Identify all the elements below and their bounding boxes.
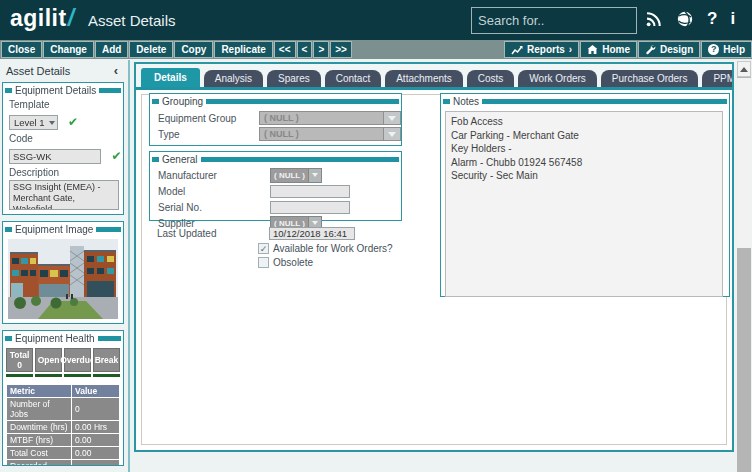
health-metrics-table: Metric Value Number of Jobs 0 Downtime (… bbox=[6, 384, 120, 466]
table-row: Number of Jobs 0 bbox=[7, 398, 119, 420]
legend-bar bbox=[98, 336, 122, 341]
health-open-button[interactable]: Open bbox=[35, 348, 62, 372]
description-textarea[interactable]: SSG Insight (EMEA) - Merchant Gate, Wake… bbox=[9, 180, 119, 210]
equipment-image-panel: Equipment Image bbox=[2, 221, 124, 324]
legend-bar bbox=[482, 99, 727, 104]
legend-text: Equipment Details bbox=[15, 85, 96, 96]
wrench-icon bbox=[645, 44, 656, 55]
chevron-down-icon bbox=[309, 168, 322, 183]
serial-no-input[interactable] bbox=[270, 201, 350, 214]
previous-record-button[interactable]: < bbox=[297, 41, 313, 58]
up-arrowhead-icon bbox=[740, 67, 748, 72]
legend-bar bbox=[5, 227, 12, 232]
reports-button[interactable]: Reports › bbox=[504, 41, 579, 58]
help-button[interactable]: ? Help bbox=[701, 41, 752, 58]
type-select[interactable]: ( NULL ) bbox=[259, 127, 401, 141]
tab-ppm[interactable]: PPM bbox=[702, 70, 732, 87]
info-icon[interactable]: i bbox=[730, 9, 735, 29]
details-tab-content: Grouping Equipment Group ( NULL ) Type (… bbox=[136, 90, 732, 450]
equipment-group-label: Equipment Group bbox=[158, 113, 259, 124]
close-button[interactable]: Close bbox=[1, 41, 42, 58]
notes-fieldset: Notes Fob Access Car Parking - Merchant … bbox=[440, 93, 730, 297]
globe-icon[interactable] bbox=[676, 10, 694, 28]
design-button[interactable]: Design bbox=[638, 41, 700, 58]
add-button[interactable]: Add bbox=[95, 41, 128, 58]
table-header-row: Metric Value bbox=[7, 385, 119, 397]
available-work-orders-checkbox[interactable]: ✓ bbox=[258, 243, 269, 254]
template-label: Template bbox=[9, 99, 123, 110]
health-break-label: Break bbox=[95, 355, 119, 365]
tab-attachments[interactable]: Attachments bbox=[385, 70, 463, 87]
home-button[interactable]: Home bbox=[580, 41, 637, 58]
last-updated-row: Last Updated bbox=[149, 227, 355, 240]
chevron-down-icon bbox=[384, 111, 401, 125]
health-status-bar bbox=[93, 374, 120, 377]
legend-text: Equipment Image bbox=[15, 224, 93, 235]
scroll-up-button[interactable] bbox=[737, 61, 751, 77]
tab-purchase-orders[interactable]: Purchase Orders bbox=[601, 70, 699, 87]
vertical-scrollbar[interactable] bbox=[737, 61, 751, 472]
last-record-button[interactable]: >> bbox=[330, 41, 352, 58]
description-label: Description bbox=[9, 167, 123, 178]
page-title: Asset Details bbox=[88, 12, 176, 29]
model-input[interactable] bbox=[270, 185, 350, 198]
help-label: Help bbox=[723, 43, 745, 56]
template-valid-check-icon: ✔ bbox=[68, 115, 78, 129]
legend-text: Notes bbox=[453, 96, 479, 107]
sidebar-header: Asset Details ‹ bbox=[0, 61, 126, 80]
app-logo: agilit/ bbox=[10, 5, 75, 32]
available-work-orders-row: ✓ Available for Work Orders? bbox=[258, 243, 393, 254]
help-circle-icon: ? bbox=[708, 44, 719, 55]
legend-bar bbox=[201, 157, 399, 162]
first-record-button[interactable]: << bbox=[274, 41, 296, 58]
rss-icon[interactable] bbox=[645, 10, 663, 28]
manufacturer-select[interactable]: ( NULL ) bbox=[270, 168, 322, 183]
toolbar-right: Reports › Home Design ? Help bbox=[503, 41, 752, 58]
next-record-button[interactable]: > bbox=[313, 41, 329, 58]
replicate-button[interactable]: Replicate bbox=[214, 41, 272, 58]
legend-bar bbox=[96, 227, 121, 232]
health-break-button[interactable]: Break bbox=[93, 348, 120, 372]
tab-costs[interactable]: Costs bbox=[467, 70, 515, 87]
notes-textarea[interactable]: Fob Access Car Parking - Merchant Gate K… bbox=[445, 111, 723, 297]
code-input[interactable] bbox=[9, 149, 101, 164]
home-label: Home bbox=[602, 43, 630, 56]
equipment-group-select[interactable]: ( NULL ) bbox=[259, 111, 401, 125]
last-updated-input[interactable] bbox=[269, 227, 355, 240]
scrollbar-thumb[interactable] bbox=[737, 78, 751, 248]
legend-bar bbox=[206, 99, 399, 104]
health-overdue-button[interactable]: Overdue bbox=[64, 348, 91, 372]
search-box[interactable] bbox=[471, 7, 637, 34]
collapse-sidebar-icon[interactable]: ‹ bbox=[114, 63, 118, 78]
legend-bar bbox=[5, 88, 12, 93]
tab-details[interactable]: Details bbox=[141, 68, 200, 87]
health-total-button[interactable]: Total 0 bbox=[6, 348, 33, 372]
grouping-fieldset: Grouping Equipment Group ( NULL ) Type (… bbox=[149, 93, 402, 146]
equipment-photo bbox=[8, 239, 118, 319]
tab-spares[interactable]: Spares bbox=[267, 70, 321, 87]
obsolete-checkbox[interactable] bbox=[258, 257, 269, 268]
status-label: Status bbox=[9, 213, 123, 215]
health-total-label: Total bbox=[10, 350, 30, 360]
health-overdue-label: Overdue bbox=[60, 355, 95, 365]
tab-contact[interactable]: Contact bbox=[325, 70, 381, 87]
health-status-bar bbox=[6, 374, 33, 377]
legend-text: General bbox=[162, 154, 198, 165]
header-icons: ? i bbox=[645, 9, 745, 29]
change-button[interactable]: Change bbox=[43, 41, 94, 58]
asset-details-main-panel: Details Analysis Spares Contact Attachme… bbox=[134, 62, 734, 452]
copy-button[interactable]: Copy bbox=[174, 41, 213, 58]
delete-button[interactable]: Delete bbox=[129, 41, 173, 58]
equipment-details-legend: Equipment Details bbox=[3, 83, 123, 96]
tab-work-orders[interactable]: Work Orders bbox=[518, 70, 597, 87]
sidebar-title: Asset Details bbox=[6, 65, 114, 77]
legend-bar bbox=[5, 336, 12, 341]
table-row: Total Cost 0.00 bbox=[7, 447, 119, 459]
tab-analysis[interactable]: Analysis bbox=[204, 70, 263, 87]
search-input[interactable] bbox=[472, 13, 660, 28]
help-icon[interactable]: ? bbox=[707, 9, 717, 29]
template-select[interactable]: Level 1 bbox=[9, 115, 58, 130]
code-label: Code bbox=[9, 133, 123, 144]
equipment-health-panel: Equipment Health Total 0 Open Overdue Br… bbox=[2, 330, 124, 466]
health-status-bar bbox=[35, 374, 62, 377]
